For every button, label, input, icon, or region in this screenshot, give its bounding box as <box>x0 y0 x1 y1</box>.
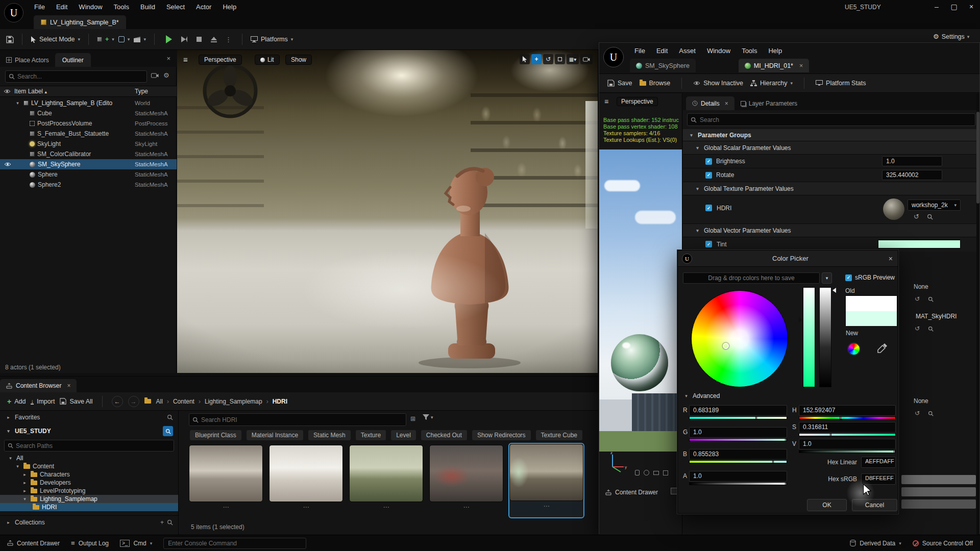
filter-level[interactable]: Level <box>391 430 416 440</box>
favorites-search-icon[interactable] <box>167 414 173 420</box>
value-bar[interactable] <box>819 287 831 387</box>
tree-item-developers[interactable]: ▸Developers <box>0 479 178 487</box>
breadcrumb-hdri[interactable]: HDRI <box>273 398 287 405</box>
search-paths-input[interactable] <box>16 442 159 449</box>
breadcrumb-content[interactable]: Content <box>173 398 194 405</box>
hdri-texture-thumbnail[interactable] <box>883 198 904 220</box>
tab-layer-parameters[interactable]: Layer Parameters <box>734 96 803 110</box>
preview-shape-cube-icon[interactable] <box>663 470 668 475</box>
preview-shape-sphere-icon[interactable] <box>644 470 649 475</box>
filter-blueprint-class[interactable]: Blueprint Class <box>190 430 241 440</box>
breadcrumb-all[interactable]: All <box>156 398 163 405</box>
use-selected-icon[interactable]: ↺ <box>915 295 920 303</box>
outliner-search-input[interactable] <box>17 73 135 80</box>
browse-to-asset-icon[interactable] <box>928 411 934 416</box>
parameter-groups-header[interactable]: ▾Parameter Groups <box>683 129 979 141</box>
h-slider[interactable] <box>799 416 896 419</box>
r-slider[interactable] <box>689 416 787 419</box>
menu-edit[interactable]: Edit <box>51 0 73 14</box>
scale-tool-icon[interactable] <box>555 54 565 64</box>
advanced-expander[interactable]: ▾Advanced <box>683 392 720 399</box>
mat-menu-asset[interactable]: Asset <box>673 44 701 58</box>
show-button[interactable]: Show <box>285 55 312 65</box>
r-value[interactable]: 0.683189 <box>689 405 787 416</box>
visibility-eye-icon[interactable] <box>4 162 11 167</box>
group-texture-header[interactable]: ▾Global Texture Parameter Values <box>683 182 979 195</box>
h-value[interactable]: 152.592407 <box>799 405 896 416</box>
output-log-button[interactable]: ≡Output Log <box>71 539 109 547</box>
collections-search-icon[interactable] <box>167 519 173 525</box>
outliner-camera-icon[interactable] <box>151 72 159 78</box>
b-value[interactable]: 0.855283 <box>689 449 787 460</box>
cmd-dropdown[interactable]: >_Cmd▾ <box>120 540 152 547</box>
rotate-value[interactable]: 325.440002 <box>882 170 942 180</box>
dialog-close-icon[interactable]: × <box>889 255 893 263</box>
hierarchy-dropdown[interactable]: Hierarchy▾ <box>750 80 793 87</box>
back-button[interactable]: ← <box>112 396 123 407</box>
outliner-search-input-box[interactable] <box>5 70 147 83</box>
cinematics-dropdown[interactable]: ▾ <box>134 36 146 42</box>
hdri-checkbox[interactable]: ✓ <box>705 205 712 211</box>
play-button[interactable] <box>166 35 172 43</box>
filter-icon[interactable]: ▾ <box>423 414 433 420</box>
menu-build[interactable]: Build <box>135 0 161 14</box>
value-bar-marker[interactable] <box>832 288 836 293</box>
level-tab[interactable]: LV_Lighting_Sample_B* <box>34 15 126 29</box>
derived-data-dropdown[interactable]: Derived Data▾ <box>850 540 901 547</box>
disabled-slider[interactable] <box>901 499 976 509</box>
grid-snap-icon[interactable]: ▦▾ <box>567 54 579 64</box>
outliner-row-sphere2[interactable]: Sphere2StaticMeshA <box>0 180 177 190</box>
menu-tools[interactable]: Tools <box>108 0 135 14</box>
breadcrumb-samplemap[interactable]: Lighting_Samplemap <box>205 398 262 405</box>
tint-checkbox[interactable]: ✓ <box>705 241 712 247</box>
details-search-box[interactable] <box>687 113 975 126</box>
menu-help[interactable]: Help <box>217 0 242 14</box>
preview-menu-icon[interactable]: ≡ <box>604 97 608 106</box>
color-picker-titlebar[interactable]: U Color Picker × <box>678 251 898 267</box>
browse-to-asset-icon[interactable] <box>928 326 934 332</box>
mat-browse-button[interactable]: Browse <box>640 80 671 87</box>
select-mode-dropdown[interactable]: Select Mode▾ <box>31 36 80 43</box>
add-button[interactable]: +Add <box>7 397 26 406</box>
s-value[interactable]: 0.316811 <box>799 422 896 433</box>
mat-menu-file[interactable]: File <box>629 44 651 58</box>
hex-linear-input[interactable]: AEFFDAFF <box>861 457 896 468</box>
lit-button[interactable]: Lit <box>255 55 280 65</box>
search-paths-box[interactable] <box>4 440 174 452</box>
tab-close-icon[interactable]: × <box>799 62 803 69</box>
tree-item-content[interactable]: ▾Content <box>0 462 178 470</box>
platform-stats-button[interactable]: Platform Stats <box>816 80 866 87</box>
tab-place-actors[interactable]: Place Actors <box>0 53 55 67</box>
saturation-bar[interactable] <box>803 287 815 387</box>
content-drawer-button[interactable]: Content Drawer <box>7 540 60 547</box>
filter-checked-out[interactable]: Checked Out <box>421 430 467 440</box>
group-scalar-header[interactable]: ▾Global Scalar Parameter Values <box>683 141 979 155</box>
camera-speed-icon[interactable] <box>580 54 593 64</box>
a-slider[interactable] <box>689 482 787 485</box>
s-slider[interactable] <box>799 433 896 436</box>
mat-content-drawer-button[interactable]: Content Drawer <box>605 489 658 496</box>
outliner-row-cube[interactable]: CubeStaticMeshA <box>0 108 177 118</box>
filter-show-redirectors[interactable]: Show Redirectors <box>472 430 531 440</box>
tree-item-hdri[interactable]: HDRI <box>0 503 178 511</box>
platforms-dropdown[interactable]: Platforms▾ <box>251 36 293 43</box>
outliner-row-colorcalibrator[interactable]: SM_ColorCalibratorStaticMeshA <box>0 149 177 159</box>
hdri-asset-1[interactable]: ⋯ <box>189 445 263 518</box>
filter-static-mesh[interactable]: Static Mesh <box>308 430 351 440</box>
tint-color-swatch[interactable] <box>878 240 961 248</box>
color-wheel[interactable] <box>691 290 788 387</box>
visibility-column-icon[interactable] <box>0 89 14 94</box>
source-control-button[interactable]: Source Control Off <box>913 540 973 547</box>
column-type[interactable]: Type <box>135 88 148 95</box>
rotate-checkbox[interactable]: ✓ <box>705 172 712 179</box>
brightness-checkbox[interactable]: ✓ <box>705 158 712 165</box>
project-search-icon[interactable] <box>163 426 173 436</box>
preview-shape-cylinder-icon[interactable] <box>635 470 640 475</box>
rotate-tool-icon[interactable]: ↺ <box>543 54 553 64</box>
minimize-button[interactable]: – <box>928 0 945 14</box>
details-close-icon[interactable]: × <box>725 100 728 107</box>
mat-menu-tools[interactable]: Tools <box>736 44 763 58</box>
texture-slot-none[interactable]: None <box>914 397 928 405</box>
hdri-texture-dropdown[interactable]: workshop_2k▾ <box>908 199 961 211</box>
outliner-row-level[interactable]: ▾LV_Lighting_Sample_B (EditoWorld <box>0 98 177 108</box>
